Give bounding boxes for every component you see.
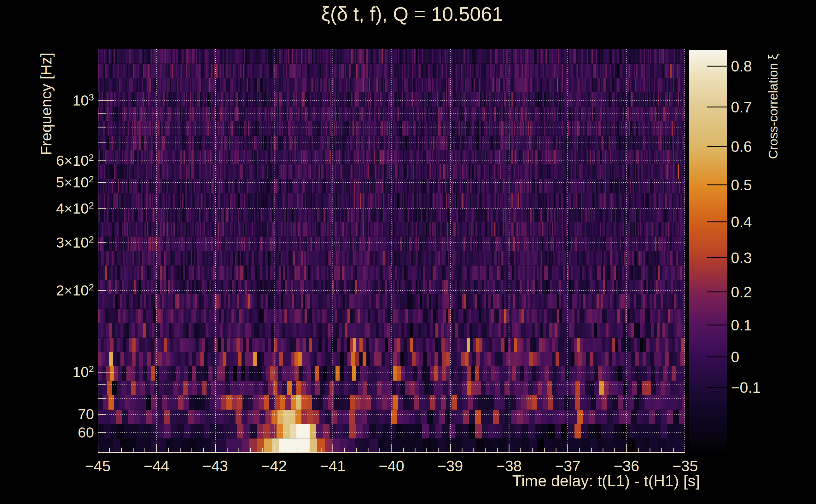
x-tick-label--35: −35 bbox=[672, 457, 698, 475]
y-tick-label-600: 6×102 bbox=[56, 152, 94, 169]
colorbar-tick-label-0.4: 0.4 bbox=[731, 213, 752, 231]
y-tick-label-100: 102 bbox=[72, 364, 94, 381]
x-tick-label--38: −38 bbox=[496, 457, 521, 475]
y-tick-label-500: 5×102 bbox=[56, 174, 94, 191]
colorbar-tick-label-0.5: 0.5 bbox=[731, 176, 752, 193]
y-tick-label-300: 3×102 bbox=[56, 234, 94, 251]
y-tick-label-200: 2×102 bbox=[56, 282, 94, 299]
x-tick-label--44: −44 bbox=[144, 457, 169, 475]
y-tick-label-1000: 103 bbox=[72, 92, 94, 109]
colorbar-tick-label-0.2: 0.2 bbox=[731, 283, 752, 301]
y-axis-title: Frequency [Hz] bbox=[37, 53, 55, 155]
heatmap-canvas bbox=[98, 49, 685, 453]
x-tick-label--45: −45 bbox=[85, 457, 110, 475]
x-tick-label--42: −42 bbox=[261, 457, 287, 475]
x-tick-label--40: −40 bbox=[379, 457, 404, 475]
x-tick-label--37: −37 bbox=[555, 457, 580, 475]
colorbar-tick-label--0.1: −0.1 bbox=[731, 379, 761, 396]
y-tick-label-400: 4×102 bbox=[56, 200, 94, 217]
y-tick-label-60: 60 bbox=[78, 424, 94, 441]
x-tick-label--41: −41 bbox=[320, 457, 345, 475]
figure: ξ(δ t, f), Q = 10.5061 Frequency [Hz] Ti… bbox=[0, 0, 816, 504]
colorbar-tick-label-0.6: 0.6 bbox=[731, 138, 752, 155]
x-tick-label--36: −36 bbox=[614, 457, 639, 475]
colorbar-title: Cross-correlation ξ bbox=[766, 54, 780, 159]
y-tick-label-70: 70 bbox=[78, 406, 94, 423]
x-tick-label--43: −43 bbox=[202, 457, 228, 475]
x-axis-title: Time delay: t(L1) - t(H1) [s] bbox=[512, 472, 700, 490]
colorbar-tick-label-0: 0 bbox=[731, 348, 739, 366]
colorbar-tick-label-0.7: 0.7 bbox=[731, 98, 752, 116]
colorbar-canvas bbox=[689, 50, 727, 453]
chart-title: ξ(δ t, f), Q = 10.5061 bbox=[321, 3, 503, 25]
colorbar-tick-label-0.8: 0.8 bbox=[731, 58, 752, 75]
colorbar-tick-label-0.1: 0.1 bbox=[731, 316, 752, 334]
x-tick-label--39: −39 bbox=[437, 457, 463, 475]
colorbar-tick-label-0.3: 0.3 bbox=[731, 249, 752, 266]
